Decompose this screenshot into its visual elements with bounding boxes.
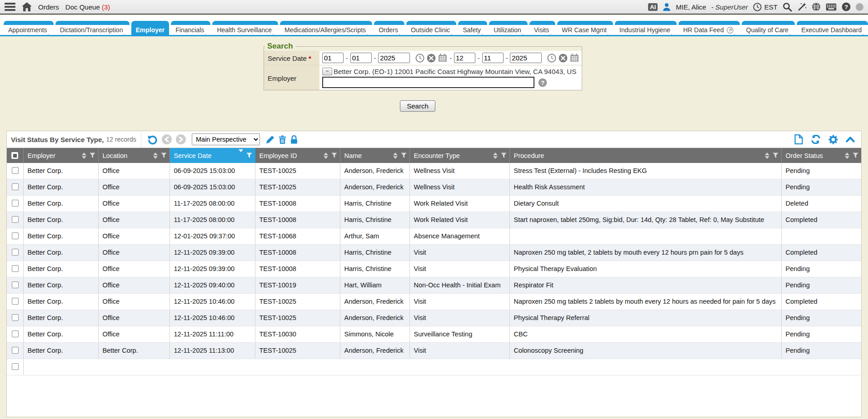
to-month-input[interactable] [454,53,475,63]
from-month-input[interactable] [322,53,344,63]
to-time-icon[interactable] [547,54,556,63]
tab-orders[interactable]: Orders, [374,21,404,35]
employer-selected-value[interactable]: Better Corp. (EO-1) 12001 Pacific Coast … [334,68,576,75]
row-checkbox[interactable] [12,200,19,207]
table-row[interactable]: Better Corp.Office12-11-2025 09:39:00TES… [7,261,861,277]
from-year-input[interactable] [378,53,410,63]
row-checkbox[interactable] [12,265,19,272]
edit-icon[interactable] [266,135,274,144]
filter-funnel-icon[interactable] [773,153,778,158]
tab-financials[interactable]: Financials, [171,21,210,35]
row-checkbox[interactable] [12,232,19,239]
column-header-employer[interactable]: Employer [23,148,98,163]
sort-icon[interactable] [393,153,398,159]
tab-safety[interactable]: Safety, [458,21,487,35]
refresh-icon[interactable] [811,135,821,144]
sort-icon[interactable] [82,153,86,159]
sort-icon[interactable] [765,153,769,159]
table-row[interactable]: Better Corp.Office12-11-2025 09:40:00TES… [7,277,861,294]
column-header-location[interactable]: Location [98,148,170,163]
row-checkbox[interactable] [12,347,19,354]
column-header-encounter-type[interactable]: Encounter Type [409,148,509,163]
select-all-checkbox[interactable] [11,152,18,159]
from-calendar-icon[interactable] [438,54,447,62]
sort-icon[interactable] [845,153,849,159]
table-row[interactable]: Better Corp.Office12-11-2025 10:46:00TES… [7,310,861,326]
row-checkbox[interactable] [12,183,19,190]
tab-outside-clinic[interactable]: Outside Clinic, [406,21,456,35]
help-icon[interactable]: ? [842,2,851,11]
perspective-select[interactable]: Main Perspective [192,133,260,145]
tab-utilization[interactable]: Utilization, [489,21,528,35]
tab-health-surveillance[interactable]: Health Surveillance, [212,21,278,35]
tab-appointments[interactable]: Appointments, [4,21,54,35]
status-dot[interactable] [856,3,863,11]
back-icon[interactable] [162,134,172,144]
tab-executive-dashboard[interactable]: Executive Dashboard, [797,21,868,35]
person-icon[interactable] [663,3,671,11]
row-checkbox[interactable] [12,330,19,337]
forward-icon[interactable] [176,134,186,144]
column-header-employee-id[interactable]: Employee ID [255,148,340,163]
collapse-icon[interactable] [846,136,855,143]
wand-icon[interactable] [797,2,807,12]
table-row[interactable]: Better Corp.Office12-11-2025 10:46:00TES… [7,294,861,310]
tab-hr-data-feed[interactable]: HR Data Feed, [678,21,740,35]
settings-icon[interactable] [828,135,838,144]
tab-industrial-hygiene[interactable]: Industrial Hygiene, [615,21,677,35]
undo-icon[interactable] [147,134,158,145]
table-row[interactable]: Better Corp.Office11-17-2025 08:00:00TES… [7,212,861,228]
column-header-service-date[interactable]: Service Date [170,148,255,163]
column-header-name[interactable]: Name [340,148,409,163]
row-checkbox[interactable] [12,298,19,305]
row-checkbox[interactable] [12,281,19,288]
from-time-icon[interactable] [415,54,424,63]
delete-icon[interactable] [279,135,286,144]
tab-wr-case-mgmt[interactable]: WR Case Mgmt, [557,21,613,35]
user-name[interactable]: MIE, Alice [676,3,706,11]
sort-icon[interactable] [493,153,498,159]
filter-funnel-icon[interactable] [246,153,252,158]
filter-funnel-icon[interactable] [90,153,95,158]
filter-funnel-icon[interactable] [501,153,507,158]
new-document-icon[interactable] [794,134,803,144]
collapse-selection-button[interactable]: − [322,68,332,75]
footer-select-checkbox[interactable] [12,363,19,370]
search-icon[interactable] [783,2,792,12]
table-row[interactable]: Better Corp.Office12-11-2025 09:39:00TES… [7,245,861,261]
row-checkbox[interactable] [12,216,19,223]
table-row[interactable]: Better Corp.Office12-11-2025 11:11:00TES… [7,326,861,343]
ai-badge[interactable]: AI [648,3,658,11]
clock-icon[interactable] [753,3,762,11]
column-header-order-status[interactable]: Order Status [781,148,861,163]
keyboard-icon[interactable] [826,3,837,11]
sort-desc-icon[interactable] [239,152,243,159]
tab-medications-allergies-scripts[interactable]: Medications/Allergies/Scripts, [280,21,372,35]
row-checkbox[interactable] [12,314,19,321]
tab-visits[interactable]: Visits, [529,21,555,35]
filter-funnel-icon[interactable] [853,153,858,158]
employer-help-icon[interactable]: ? [538,78,547,87]
table-row[interactable]: Better Corp.Office06-09-2025 15:03:00TES… [7,163,861,179]
filter-funnel-icon[interactable] [401,153,407,158]
column-header-procedure[interactable]: Procedure [509,148,781,163]
to-year-input[interactable] [510,53,542,63]
tab-employer[interactable]: Employer [131,21,170,35]
employer-search-input[interactable] [322,77,534,88]
home-icon[interactable] [22,2,32,11]
search-button[interactable]: Search [400,100,435,112]
row-checkbox[interactable] [12,167,19,174]
tab-quality-of-care[interactable]: Quality of Care, [742,21,795,35]
globe-icon[interactable] [812,2,821,11]
table-row[interactable]: Better Corp.Office06-09-2025 15:03:00TES… [7,179,861,196]
breadcrumb-doc-queue[interactable]: Doc Queue (3) [65,3,110,11]
hamburger-icon[interactable] [5,3,15,11]
from-day-input[interactable] [350,53,372,63]
table-row[interactable]: Better Corp.Office11-17-2025 08:00:00TES… [7,196,861,212]
breadcrumb-orders[interactable]: Orders [38,3,59,11]
filter-funnel-icon[interactable] [331,153,337,158]
sort-icon[interactable] [324,153,328,159]
from-clear-icon[interactable] [427,54,436,63]
row-checkbox[interactable] [12,249,19,256]
filter-funnel-icon[interactable] [161,153,167,158]
